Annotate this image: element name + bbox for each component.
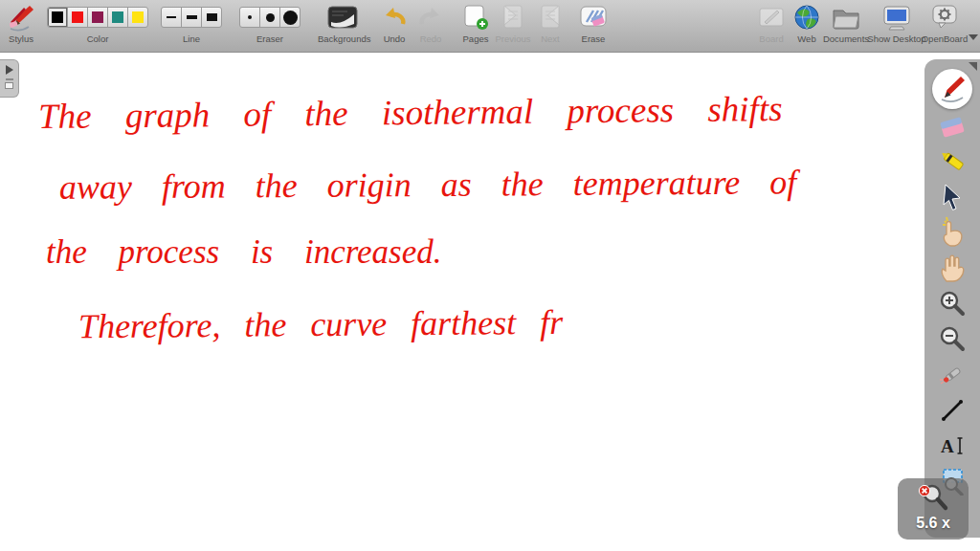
color-swatch-yellow[interactable] [127, 7, 148, 28]
color-swatch-teal[interactable] [107, 7, 128, 28]
toolbar-dropdown-caret[interactable] [969, 34, 978, 40]
eraser-small-button[interactable] [239, 7, 260, 28]
stylus-button[interactable]: Stylus [2, 2, 40, 44]
board-button[interactable]: Board [752, 2, 791, 44]
pages-icon [457, 2, 494, 33]
large-dot-icon [283, 11, 298, 25]
show-desktop-label: Show Desktop [867, 33, 926, 44]
collapse-palette-icon[interactable] [969, 62, 977, 71]
line-thin-button[interactable] [161, 7, 182, 28]
line-label: Line [159, 33, 224, 44]
openboard-window: Stylus [0, 0, 980, 551]
top-toolbar: Stylus [0, 0, 980, 53]
tool-selector[interactable] [935, 180, 969, 214]
ink-line-1: The graph of the isothermal process shif… [38, 88, 783, 137]
line-tool-icon [939, 397, 966, 424]
zoom-indicator: 5.6 x [898, 478, 969, 540]
board-icon [752, 2, 791, 33]
zoom-out-icon [938, 324, 967, 353]
documents-folder-icon [821, 2, 871, 33]
tool-zoom-out[interactable] [935, 321, 969, 356]
pen-icon [936, 73, 969, 105]
color-label: Color [44, 33, 151, 44]
cursor-arrow-icon [939, 183, 966, 211]
tool-interact[interactable] [935, 214, 969, 249]
svg-text:A: A [941, 436, 954, 456]
whiteboard-canvas[interactable]: The graph of the isothermal process shif… [0, 54, 924, 551]
undo-label: Undo [377, 33, 412, 44]
erase-icon [574, 2, 612, 33]
tool-line[interactable] [935, 393, 969, 428]
teal-swatch-icon [112, 11, 123, 23]
show-desktop-button[interactable]: Show Desktop [867, 2, 926, 44]
web-label: Web [791, 33, 823, 44]
eraser-large-button[interactable] [279, 7, 301, 28]
undo-button[interactable]: Undo [377, 2, 412, 44]
ink-line-2: away from the origin as the temperature … [59, 162, 797, 207]
color-swatch-magenta[interactable] [87, 7, 108, 28]
tool-laser-pointer[interactable] [935, 358, 969, 392]
stylus-label: Stylus [2, 33, 40, 44]
tool-eraser[interactable] [935, 109, 969, 143]
backgrounds-label: Backgrounds [318, 33, 368, 44]
previous-button[interactable]: Previous [494, 2, 532, 44]
previous-page-icon [494, 2, 532, 33]
color-swatch-red[interactable] [67, 7, 88, 28]
zoom-in-icon [938, 289, 967, 318]
medium-dot-icon [266, 13, 275, 22]
zoom-value: 5.6 x [916, 515, 950, 532]
line-medium-button[interactable] [181, 7, 202, 28]
thick-line-icon [207, 13, 217, 21]
openboard-gear-bubble-icon [921, 2, 969, 33]
chevron-down-icon [969, 34, 978, 40]
color-group: Color [44, 2, 151, 44]
red-swatch-icon [72, 11, 83, 23]
tool-highlighter[interactable] [935, 144, 969, 179]
highlighter-icon [937, 146, 968, 177]
redo-icon [413, 2, 448, 33]
stylus-icon [2, 2, 40, 33]
show-desktop-monitor-icon [867, 2, 926, 33]
tool-stylus[interactable] [932, 69, 972, 109]
color-swatch-black[interactable] [47, 7, 68, 28]
thin-line-icon [167, 16, 176, 18]
line-group: Line [159, 2, 224, 44]
black-swatch-icon [52, 11, 63, 23]
next-page-icon [534, 2, 567, 33]
yellow-swatch-icon [132, 11, 144, 23]
openboard-label: OpenBoard [921, 33, 969, 44]
magenta-swatch-icon [92, 11, 103, 23]
documents-button[interactable]: Documents [821, 2, 871, 44]
openboard-menu-button[interactable]: OpenBoard [921, 2, 969, 44]
pages-label: Pages [457, 33, 494, 44]
open-hand-icon [937, 251, 968, 283]
web-button[interactable]: Web [791, 2, 823, 44]
tool-text[interactable]: A [935, 429, 969, 463]
text-tool-icon: A [938, 432, 967, 459]
laser-pointer-icon [938, 361, 967, 389]
small-dot-icon [248, 15, 252, 19]
redo-button[interactable]: Redo [413, 2, 448, 44]
line-thick-button[interactable] [201, 7, 222, 28]
eraser-label: Eraser [237, 33, 302, 44]
ink-line-4: Therefore, the curve farthest fr [78, 302, 564, 346]
pages-button[interactable]: Pages [457, 2, 494, 44]
eraser-size-group: Eraser [237, 2, 302, 44]
medium-line-icon [187, 15, 197, 19]
erase-button[interactable]: Erase [574, 2, 612, 44]
previous-label: Previous [494, 33, 532, 44]
next-button[interactable]: Next [534, 2, 567, 44]
eraser-icon [937, 112, 968, 141]
backgrounds-button[interactable]: Backgrounds [318, 2, 368, 44]
erase-label: Erase [574, 33, 612, 44]
next-label: Next [534, 33, 567, 44]
documents-label: Documents [821, 33, 871, 44]
eraser-medium-button[interactable] [259, 7, 280, 28]
web-globe-icon [791, 2, 823, 33]
redo-label: Redo [413, 33, 448, 44]
reset-zoom-icon[interactable] [916, 481, 950, 514]
tool-zoom-in[interactable] [935, 286, 969, 320]
undo-icon [377, 2, 412, 33]
backgrounds-icon [318, 2, 368, 33]
tool-pan[interactable] [935, 250, 969, 284]
